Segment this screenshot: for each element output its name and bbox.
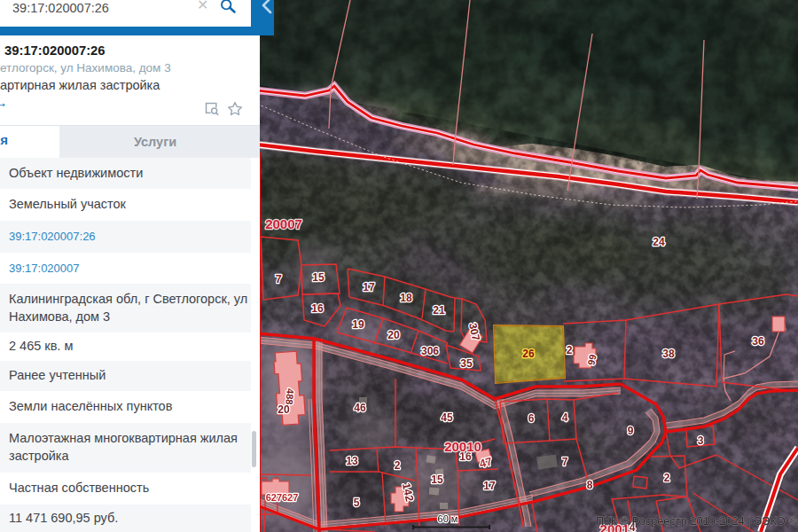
svg-text:306: 306 (421, 345, 439, 357)
svg-text:5: 5 (354, 497, 360, 509)
svg-text:4: 4 (562, 411, 568, 424)
svg-text:2: 2 (567, 344, 573, 356)
svg-text:15: 15 (431, 473, 443, 486)
svg-text:16: 16 (311, 302, 324, 315)
svg-text:20: 20 (387, 329, 400, 341)
svg-text:6: 6 (528, 412, 535, 425)
svg-text:13: 13 (346, 455, 358, 467)
svg-text:20007: 20007 (265, 216, 302, 231)
svg-text:18: 18 (400, 292, 412, 304)
svg-text:35: 35 (460, 357, 473, 370)
svg-text:45: 45 (441, 411, 453, 424)
svg-text:17: 17 (363, 281, 375, 293)
svg-text:20: 20 (278, 403, 290, 416)
svg-text:19: 19 (352, 318, 364, 331)
svg-text:ПКК © Росреестр 2010-2024 | ЭЭ: ПКК © Росреестр 2010-2024 | ЭЭКО © Росре… (596, 514, 798, 528)
svg-text:9: 9 (628, 425, 634, 437)
svg-text:26: 26 (522, 348, 535, 360)
svg-text:2: 2 (395, 459, 401, 472)
svg-text:24: 24 (653, 236, 665, 248)
svg-text:17: 17 (483, 480, 496, 492)
svg-text:38: 38 (662, 348, 675, 360)
svg-text:3: 3 (698, 434, 704, 447)
svg-text:2: 2 (664, 472, 670, 484)
svg-text:60 м: 60 м (438, 513, 458, 524)
svg-text:8: 8 (587, 479, 593, 491)
svg-text:46: 46 (354, 402, 366, 414)
svg-text:36: 36 (752, 335, 764, 348)
svg-text:21: 21 (433, 304, 445, 317)
svg-text:15: 15 (312, 271, 325, 284)
svg-text:627627: 627627 (266, 492, 299, 503)
svg-text:66: 66 (586, 354, 598, 366)
svg-text:7: 7 (562, 456, 568, 468)
svg-text:7: 7 (275, 272, 281, 286)
svg-text:20010: 20010 (444, 439, 481, 454)
